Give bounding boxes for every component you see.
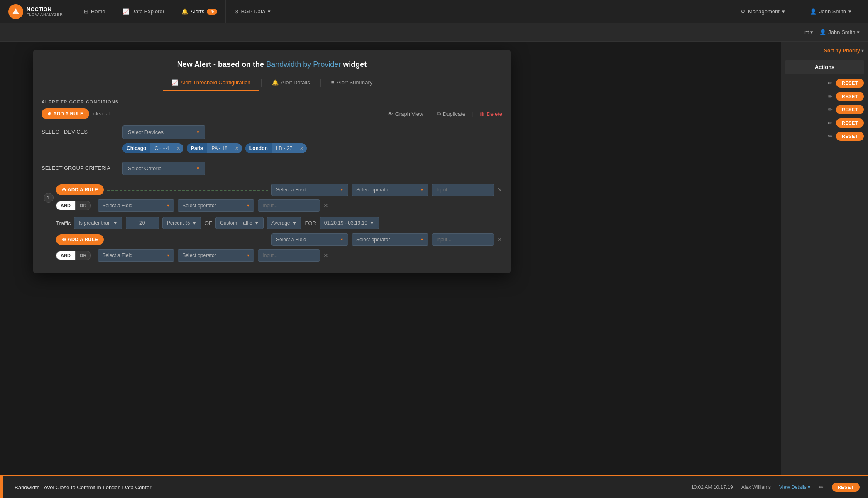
traffic-aggregate-dropdown[interactable]: Average ▼ <box>267 217 301 229</box>
nav-data-explorer[interactable]: 📈 Data Explorer <box>114 0 173 23</box>
rule-field-2-2[interactable]: Select a Field ▼ <box>98 249 174 262</box>
rule-field-2-1[interactable]: Select a Field ▼ <box>271 233 348 246</box>
add-rule-button-2[interactable]: ⊕ ADD A RULE <box>56 234 104 245</box>
edit-icon-4[interactable]: ✏ <box>828 120 833 126</box>
reset-button-1[interactable]: RESET <box>836 79 864 88</box>
rule-input-2-1[interactable] <box>432 233 494 246</box>
duplicate-button[interactable]: ⧉ Duplicate <box>437 110 465 117</box>
second-nav-management[interactable]: nt ▾ <box>804 29 813 35</box>
rule-operator-2-2[interactable]: Select operator ▼ <box>178 249 254 262</box>
devices-dropdown[interactable]: Select Devices ▼ <box>122 125 205 139</box>
edit-icon-1[interactable]: ✏ <box>828 80 833 86</box>
rules-area: 1. ⊕ ADD A RULE Select a Field ▼ <box>42 184 502 262</box>
logo-icon <box>8 4 23 19</box>
and-button-2[interactable]: AND <box>56 251 75 260</box>
tab-alert-details[interactable]: 🔔 Alert Details <box>264 75 318 91</box>
chart-icon: 📈 <box>122 8 129 15</box>
reset-button-5[interactable]: RESET <box>836 132 864 141</box>
date-arrow: ▼ <box>369 220 374 226</box>
rule-field-1-1[interactable]: Select a Field ▼ <box>271 184 348 196</box>
second-nav-user[interactable]: 👤 John Smith ▾ <box>819 29 860 35</box>
add-rule-button-main[interactable]: ⊕ ADD A RULE <box>42 108 89 119</box>
traffic-unit-dropdown[interactable]: Percent % ▼ <box>162 217 201 229</box>
graph-view-button[interactable]: 👁 Graph View <box>388 111 423 117</box>
clear-all-link[interactable]: clear all <box>93 111 110 117</box>
bottom-time: 10:02 AM 10.17.19 <box>691 484 733 490</box>
traffic-source-dropdown[interactable]: Custom Traffic ▼ <box>215 217 264 229</box>
traffic-label: Traffic <box>56 220 71 226</box>
nav-user[interactable]: 👤 John Smith ▾ <box>802 0 860 23</box>
alert-details-tab-icon: 🔔 <box>272 79 279 86</box>
action-row-5: ✏ RESET <box>785 132 864 141</box>
remove-chicago-button[interactable]: ✕ <box>173 144 183 153</box>
bgp-dropdown-icon: ▾ <box>268 8 271 15</box>
nav-management[interactable]: ⚙ Management ▾ <box>732 0 793 23</box>
alert-conditions-title: ALERT TRIGGER CONDITIONS <box>42 99 502 104</box>
remove-paris-button[interactable]: ✕ <box>232 144 242 153</box>
logo[interactable]: NOCTION FLOW ANALYZER <box>8 4 63 19</box>
rule-row-1-2: AND OR Select a Field ▼ Select operator … <box>56 199 502 212</box>
view-details-link[interactable]: View Details ▾ <box>779 484 810 490</box>
traffic-value-input[interactable] <box>126 217 159 229</box>
delete-button[interactable]: 🗑 Delete <box>479 111 502 117</box>
rule-operator-1-2[interactable]: Select operator ▼ <box>178 199 254 212</box>
devices-section: SELECT DEVICES Select Devices ▼ Chicago … <box>42 125 502 153</box>
nav-bgp-data[interactable]: ⊙ BGP Data ▾ <box>226 0 279 23</box>
devices-dropdown-arrow: ▼ <box>196 130 200 135</box>
tab-summary-label: Alert Summary <box>337 79 372 86</box>
tab-details-label: Alert Details <box>281 79 310 86</box>
right-sidebar: Sort by Priority ▾ Actions ✏ RESET ✏ RES… <box>781 42 868 498</box>
nav-home-label: Home <box>91 8 105 15</box>
top-navigation: NOCTION FLOW ANALYZER ⊞ Home 📈 Data Expl… <box>0 0 868 23</box>
bell-icon: 🔔 <box>181 8 188 15</box>
traffic-section: Traffic Is greater than ▼ Percent % ▼ OF… <box>56 217 502 229</box>
traffic-date-range-dropdown[interactable]: 01.20.19 - 03.19.19 ▼ <box>320 217 379 229</box>
and-or-toggle-1: AND OR <box>56 201 91 210</box>
reset-button-2[interactable]: RESET <box>836 92 864 101</box>
user-dropdown-icon: ▾ <box>848 8 851 15</box>
rule-close-1-1[interactable]: ✕ <box>497 186 502 193</box>
tab-alert-threshold[interactable]: 📈 Alert Threshold Configuration <box>163 75 259 91</box>
plus-icon-main: ⊕ <box>47 111 51 117</box>
or-button-1[interactable]: OR <box>75 201 91 210</box>
bottom-edit-icon[interactable]: ✏ <box>819 484 824 491</box>
widget-link[interactable]: Bandwidth by Provider <box>266 60 341 69</box>
rule-field-1-2[interactable]: Select a Field ▼ <box>98 199 174 212</box>
reset-button-4[interactable]: RESET <box>836 118 864 128</box>
bottom-reset-button[interactable]: RESET <box>832 483 860 492</box>
nav-home[interactable]: ⊞ Home <box>76 0 114 23</box>
rule-input-1-2[interactable] <box>258 199 320 212</box>
modal-header: New Alert - based on the Bandwidth by Pr… <box>33 50 511 75</box>
criteria-section: SELECT GROUP CRITERIA Select Criteria ▼ <box>42 162 502 175</box>
traffic-operator-dropdown[interactable]: Is greater than ▼ <box>74 217 122 229</box>
rule-close-2-2[interactable]: ✕ <box>323 252 328 259</box>
for-label: FOR <box>305 220 316 226</box>
reset-button-3[interactable]: RESET <box>836 105 864 114</box>
edit-icon-3[interactable]: ✏ <box>828 106 833 113</box>
rule-operator-2-1[interactable]: Select operator ▼ <box>352 233 428 246</box>
field-arrow-2-1: ▼ <box>340 238 344 242</box>
or-button-2[interactable]: OR <box>75 251 91 260</box>
rule-close-2-1[interactable]: ✕ <box>497 236 502 243</box>
logo-text: NOCTION <box>27 6 63 13</box>
nav-alerts[interactable]: 🔔 Alerts 25 <box>173 0 225 23</box>
edit-icon-5[interactable]: ✏ <box>828 133 833 140</box>
plus-icon-2: ⊕ <box>62 237 66 243</box>
alerts-badge: 25 <box>207 9 217 15</box>
rule-operator-1-1[interactable]: Select operator ▼ <box>352 184 428 196</box>
edit-icon-2[interactable]: ✏ <box>828 93 833 100</box>
add-rule-button-1[interactable]: ⊕ ADD A RULE <box>56 184 104 195</box>
criteria-label: SELECT GROUP CRITERIA <box>42 162 116 171</box>
unit-arrow: ▼ <box>192 220 197 226</box>
operator-arrow-2-2: ▼ <box>246 253 250 258</box>
toolbar-right: 👁 Graph View | ⧉ Duplicate | 🗑 Delete <box>388 110 502 117</box>
rule-input-2-2[interactable] <box>258 249 320 262</box>
rule-close-1-2[interactable]: ✕ <box>323 202 328 209</box>
criteria-dropdown[interactable]: Select Criteria ▼ <box>122 162 205 175</box>
and-button-1[interactable]: AND <box>56 201 75 210</box>
plus-icon-1: ⊕ <box>62 187 66 193</box>
tab-alert-summary[interactable]: ≡ Alert Summary <box>323 75 381 91</box>
operator-arrow-2-1: ▼ <box>420 238 424 242</box>
remove-london-button[interactable]: ✕ <box>296 144 307 153</box>
rule-input-1-1[interactable] <box>432 184 494 196</box>
